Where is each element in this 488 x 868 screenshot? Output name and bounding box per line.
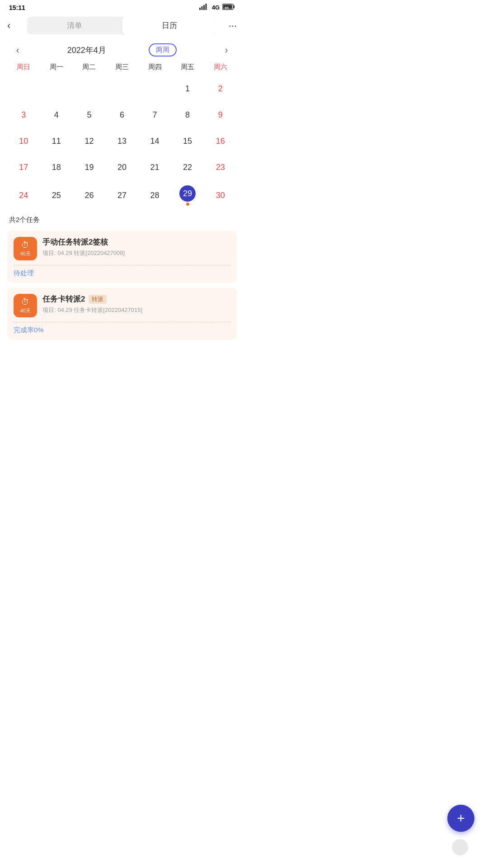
task-icon: ⏱ 40天 <box>14 237 37 260</box>
task-icon-symbol: ⏱ <box>21 297 29 307</box>
task-title-text: 任务卡转派2 <box>42 294 85 304</box>
task-icon-days: 40天 <box>20 307 30 314</box>
weekday-sun: 周日 <box>7 60 40 74</box>
calendar-day[interactable]: 22 <box>171 155 204 180</box>
task-card-top: ⏱ 40天 任务卡转派2 转派 项目: 04.29 任务卡转派[20220427… <box>14 294 230 317</box>
weekday-tue: 周二 <box>73 60 106 74</box>
calendar-day[interactable]: 7 <box>138 102 171 127</box>
calendar-day[interactable]: 3 <box>7 102 40 127</box>
calendar-day[interactable]: 17 <box>7 155 40 180</box>
calendar-day[interactable] <box>106 76 139 101</box>
calendar-day[interactable]: 15 <box>171 128 204 154</box>
svg-text:99: 99 <box>225 6 229 10</box>
task-info: 手动任务转派2签核 项目: 04.29 转派[20220427008] <box>42 237 230 257</box>
back-button[interactable]: ‹ <box>7 20 23 32</box>
status-bar: 15:11 4G 99 <box>0 0 244 14</box>
task-card-top: ⏱ 40天 手动任务转派2签核 项目: 04.29 转派[20220427008… <box>14 237 230 260</box>
svg-rect-1 <box>201 6 202 10</box>
calendar-day[interactable] <box>7 76 40 101</box>
calendar-day[interactable]: 20 <box>106 155 139 180</box>
calendar-day[interactable]: 8 <box>171 102 204 127</box>
task-cards: ⏱ 40天 手动任务转派2签核 项目: 04.29 转派[20220427008… <box>0 231 244 340</box>
calendar-day[interactable]: 2 <box>204 76 237 101</box>
calendar-day[interactable]: 24 <box>7 181 40 210</box>
calendar-day[interactable]: 30 <box>204 181 237 210</box>
calendar-day[interactable]: 21 <box>138 155 171 180</box>
more-button[interactable]: ··· <box>221 20 237 32</box>
calendar-day[interactable]: 1 <box>171 76 204 101</box>
task-title: 手动任务转派2签核 <box>42 237 230 247</box>
calendar-day[interactable]: 23 <box>204 155 237 180</box>
calendar-day[interactable]: 4 <box>40 102 73 127</box>
status-time: 15:11 <box>9 4 25 11</box>
calendar-day[interactable]: 13 <box>106 128 139 154</box>
calendar-day[interactable]: 28 <box>138 181 171 210</box>
task-icon-symbol: ⏱ <box>21 241 29 250</box>
calendar-day[interactable] <box>73 76 106 101</box>
calendar-header: ‹ 2022年4月 两周 › <box>0 39 244 60</box>
svg-rect-5 <box>234 5 235 8</box>
calendar-next-button[interactable]: › <box>220 45 233 55</box>
calendar-day[interactable]: 5 <box>73 102 106 127</box>
task-card[interactable]: ⏱ 40天 手动任务转派2签核 项目: 04.29 转派[20220427008… <box>7 231 237 283</box>
task-divider <box>14 265 230 265</box>
top-nav: ‹ 清单 日历 ··· <box>0 14 244 39</box>
task-icon: ⏱ 40天 <box>14 294 37 317</box>
calendar-day[interactable]: 14 <box>138 128 171 154</box>
calendar-day[interactable] <box>138 76 171 101</box>
calendar-day[interactable]: 18 <box>40 155 73 180</box>
calendar-day[interactable]: 27 <box>106 181 139 210</box>
calendar-weekdays: 周日 周一 周二 周三 周四 周五 周六 <box>7 60 237 74</box>
task-subtitle: 项目: 04.29 任务卡转派[20220427015] <box>42 306 230 314</box>
calendar-day[interactable]: 19 <box>73 155 106 180</box>
task-title: 任务卡转派2 转派 <box>42 294 230 304</box>
signal-icon <box>199 4 209 11</box>
calendar-day[interactable]: 11 <box>40 128 73 154</box>
weekday-fri: 周五 <box>171 60 204 74</box>
svg-rect-3 <box>205 4 206 10</box>
calendar-day[interactable]: 25 <box>40 181 73 210</box>
calendar-title: 2022年4月 <box>67 45 106 56</box>
weekday-mon: 周一 <box>40 60 73 74</box>
task-title-text: 手动任务转派2签核 <box>42 237 108 247</box>
task-count: 共2个任务 <box>0 210 244 228</box>
task-info: 任务卡转派2 转派 项目: 04.29 任务卡转派[20220427015] <box>42 294 230 314</box>
task-icon-days: 40天 <box>20 250 30 257</box>
calendar-days: 1234567891011121314151617181920212223242… <box>7 76 237 210</box>
svg-rect-0 <box>199 8 201 10</box>
calendar-grid: 周日 周一 周二 周三 周四 周五 周六 1234567891011121314… <box>0 60 244 210</box>
calendar-day[interactable]: 12 <box>73 128 106 154</box>
calendar-day[interactable]: 9 <box>204 102 237 127</box>
task-divider <box>14 322 230 322</box>
calendar-day[interactable]: 6 <box>106 102 139 127</box>
calendar-prev-button[interactable]: ‹ <box>11 45 24 55</box>
task-status: 待处理 <box>14 269 230 278</box>
calendar-day[interactable]: 16 <box>204 128 237 154</box>
task-subtitle: 项目: 04.29 转派[20220427008] <box>42 249 230 257</box>
task-status: 完成率0% <box>14 326 230 335</box>
weekday-wed: 周三 <box>106 60 139 74</box>
tab-list[interactable]: 清单 <box>27 17 122 34</box>
weekday-thu: 周四 <box>138 60 171 74</box>
network-label: 4G <box>212 4 220 11</box>
calendar-day[interactable]: 29 <box>171 181 204 210</box>
task-card[interactable]: ⏱ 40天 任务卡转派2 转派 项目: 04.29 任务卡转派[20220427… <box>7 288 237 340</box>
calendar-day[interactable]: 26 <box>73 181 106 210</box>
tab-group: 清单 日历 <box>27 17 217 34</box>
svg-rect-2 <box>203 5 205 10</box>
weekday-sat: 周六 <box>204 60 237 74</box>
task-dot <box>186 203 189 206</box>
task-badge: 转派 <box>89 295 107 304</box>
calendar-day[interactable] <box>40 76 73 101</box>
battery-icon: 99 <box>222 4 235 11</box>
tab-calendar[interactable]: 日历 <box>122 17 217 34</box>
two-week-button[interactable]: 两周 <box>149 43 177 57</box>
status-right: 4G 99 <box>199 4 235 11</box>
calendar-day[interactable]: 10 <box>7 128 40 154</box>
